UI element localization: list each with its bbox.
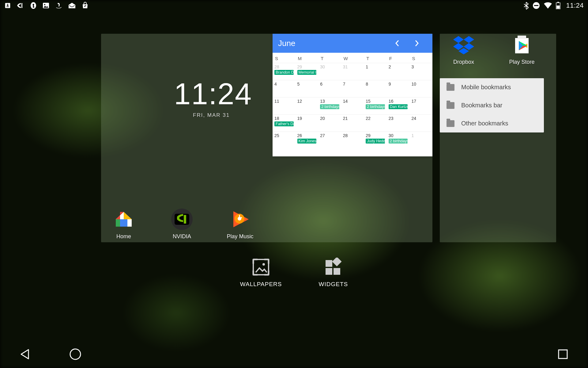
shop-icon <box>81 2 89 9</box>
calendar-day-cell[interactable]: 29Memorial I <box>296 63 318 80</box>
calendar-day-cell[interactable]: 17 <box>409 97 432 114</box>
folder-icon <box>447 84 454 91</box>
calendar-day-cell[interactable]: 19 <box>296 114 318 132</box>
nav-recent-button[interactable] <box>556 347 570 361</box>
calendar-day-number: 30 <box>320 64 339 69</box>
calendar-day-number: 17 <box>411 99 431 104</box>
calendar-event[interactable]: 2 birthdays <box>366 104 385 109</box>
calendar-day-cell[interactable]: 30 <box>318 63 341 80</box>
folder-icon <box>447 102 454 109</box>
calendar-event[interactable]: Father's Da <box>274 121 294 126</box>
calendar-day-cell[interactable]: 10 <box>409 80 432 97</box>
app-home[interactable]: Home <box>108 208 139 240</box>
calendar-day-number: 8 <box>366 82 385 86</box>
calendar-day-cell[interactable]: 7 <box>341 80 364 97</box>
wallpapers-button[interactable]: WALLPAPERS <box>240 258 282 288</box>
bookmarks-widget[interactable]: Mobile bookmarks Bookmarks bar Other boo… <box>440 78 544 132</box>
calendar-day-cell[interactable]: 28 <box>341 132 364 149</box>
app-play-music[interactable]: Play Music <box>225 208 255 240</box>
calendar-day-number: 23 <box>389 116 408 121</box>
calendar-day-cell[interactable]: 16Dan Kurtzn <box>387 97 410 114</box>
home-page-side[interactable]: Dropbox Play Store Mobile bookmarks Book… <box>440 34 556 242</box>
calendar-day-cell[interactable]: 5 <box>296 80 318 97</box>
calendar-day-number: 20 <box>320 116 339 121</box>
calendar-day-cell[interactable]: 24 <box>409 114 432 132</box>
widgets-label: WIDGETS <box>319 281 348 288</box>
svg-point-4 <box>33 4 34 6</box>
svg-rect-2 <box>21 3 22 8</box>
calendar-day-cell[interactable]: 11 <box>273 97 296 114</box>
wallpapers-icon <box>251 258 270 277</box>
clock-time: 11:24 <box>174 77 252 111</box>
calendar-day-cell[interactable]: 132 birthdays <box>318 97 341 114</box>
calendar-event[interactable]: 2 birthdays <box>389 139 408 144</box>
calendar-day-cell[interactable]: 12 <box>296 97 318 114</box>
nav-back-button[interactable] <box>18 347 32 361</box>
nav-home-button[interactable] <box>69 347 82 361</box>
calendar-day-cell[interactable]: 1 <box>409 132 432 149</box>
svg-rect-6 <box>33 7 35 7</box>
calendar-event[interactable]: Judy Hedd <box>366 139 385 144</box>
calendar-day-cell[interactable]: 9 <box>387 80 410 97</box>
calendar-day-cell[interactable]: 29Judy Hedd <box>364 132 387 149</box>
calendar-day-cell[interactable]: 2 <box>387 63 410 80</box>
calendar-event[interactable]: Brandon D <box>274 70 294 75</box>
app-dropbox[interactable]: Dropbox <box>448 34 479 65</box>
wallpapers-label: WALLPAPERS <box>240 281 282 288</box>
calendar-day-number: 27 <box>320 133 339 138</box>
calendar-day-cell[interactable]: 3 <box>409 63 432 80</box>
calendar-day-cell[interactable]: 20 <box>318 114 341 132</box>
calendar-day-cell[interactable]: 4 <box>273 80 296 97</box>
calendar-next-button[interactable] <box>415 40 427 47</box>
app-play-store[interactable]: Play Store <box>507 34 537 65</box>
calendar-day-cell[interactable]: 6 <box>318 80 341 97</box>
calendar-day-cell[interactable]: 18Father's Da <box>273 114 296 132</box>
calendar-day-number: 15 <box>366 99 385 104</box>
calendar-day-cell[interactable]: 22 <box>364 114 387 132</box>
calendar-day-cell[interactable]: 27 <box>318 132 341 149</box>
calendar-event[interactable]: Dan Kurtzn <box>389 104 408 109</box>
bookmark-folder-bar[interactable]: Bookmarks bar <box>440 96 544 114</box>
widgets-button[interactable]: WIDGETS <box>319 258 348 288</box>
calendar-day-cell[interactable]: 21 <box>341 114 364 132</box>
calendar-day-cell[interactable]: 23 <box>387 114 410 132</box>
calendar-event[interactable]: 2 birthdays <box>320 104 339 109</box>
calendar-day-number: 16 <box>389 99 408 104</box>
calendar-day-cell[interactable]: 152 birthdays <box>364 97 387 114</box>
calendar-day-cell[interactable]: 302 birthdays <box>387 132 410 149</box>
play-store-icon <box>511 34 533 56</box>
svg-rect-22 <box>326 268 332 275</box>
calendar-event[interactable]: Kim Jones <box>297 139 317 144</box>
calendar-day-cell[interactable]: 25 <box>273 132 296 149</box>
overview-actions: WALLPAPERS WIDGETS <box>0 258 588 288</box>
calendar-day-number: 5 <box>297 82 317 86</box>
amazon-icon <box>55 2 62 9</box>
download-icon <box>4 2 11 9</box>
app-label: Dropbox <box>453 59 474 65</box>
home-page-main[interactable]: 11:24 FRI, MAR 31 June SMTWTFS 28Brandon… <box>101 34 432 242</box>
calendar-day-cell[interactable]: 31 <box>341 63 364 80</box>
bookmark-folder-mobile[interactable]: Mobile bookmarks <box>440 78 544 96</box>
calendar-day-cell[interactable]: 28Brandon D <box>273 63 296 80</box>
image-icon <box>42 2 50 9</box>
calendar-day-number: 12 <box>297 99 317 104</box>
app-label: Home <box>116 233 131 240</box>
calendar-widget[interactable]: June SMTWTFS 28Brandon D29Memorial I3031… <box>273 34 432 156</box>
calendar-day-cell[interactable]: 1 <box>364 63 387 80</box>
calendar-event[interactable]: Memorial I <box>297 70 317 75</box>
calendar-day-number: 19 <box>297 116 317 121</box>
calendar-day-number: 3 <box>411 64 431 69</box>
calendar-prev-button[interactable] <box>395 40 407 47</box>
app-nvidia[interactable]: NVIDIA <box>167 208 197 240</box>
svg-rect-24 <box>332 258 342 266</box>
calendar-day-cell[interactable]: 8 <box>364 80 387 97</box>
bookmark-label: Other bookmarks <box>461 120 508 127</box>
calendar-dow-cell: T <box>318 53 341 63</box>
bookmark-folder-other[interactable]: Other bookmarks <box>440 114 544 132</box>
calendar-dow-cell: F <box>387 53 410 63</box>
calendar-day-cell[interactable]: 14 <box>341 97 364 114</box>
svg-rect-13 <box>557 6 560 9</box>
status-time: 11:24 <box>566 2 584 10</box>
calendar-day-number: 30 <box>389 133 408 138</box>
calendar-day-cell[interactable]: 26Kim Jones <box>296 132 318 149</box>
